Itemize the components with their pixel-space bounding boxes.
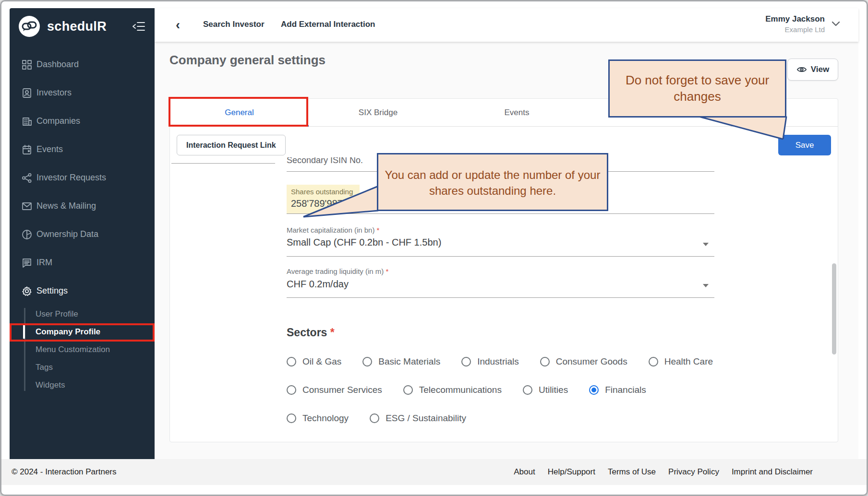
radio-consumer-services[interactable]: Consumer Services [287, 385, 382, 395]
sidebar-item-label: News & Mailing [36, 201, 96, 211]
sidebar-subitem-widgets[interactable]: Widgets [10, 376, 155, 394]
market-cap-select[interactable]: Small Cap (CHF 0.2bn - CHF 1.5bn) [287, 237, 441, 248]
sidebar-subitem-label: Company Profile [36, 327, 100, 337]
liquidity-label: Average trading liquidity (in m) * [287, 267, 388, 275]
field-underline [287, 297, 714, 298]
radio-circle [287, 385, 296, 395]
radio-esg-sustainability[interactable]: ESG / Sustainability [370, 413, 466, 424]
sidebar: schedulR Dashboard Investors [10, 8, 155, 460]
radio-industrials[interactable]: Industrials [461, 356, 519, 367]
add-external-interaction-link[interactable]: Add External Interaction [281, 20, 375, 29]
footer-links: About Help/Support Terms of Use Privacy … [514, 467, 813, 477]
investor-badge-icon [22, 88, 32, 98]
footer-link-privacy[interactable]: Privacy Policy [668, 467, 719, 477]
sidebar-item-investor-requests[interactable]: Investor Requests [10, 164, 155, 192]
sidebar-item-companies[interactable]: Companies [10, 107, 155, 135]
sidebar-subitem-tags[interactable]: Tags [10, 358, 155, 376]
liquidity-select[interactable]: CHF 0.2m/day [287, 279, 349, 290]
save-callout-tail [697, 116, 793, 144]
copyright-text: © 2024 - Interaction Partners [12, 467, 117, 477]
sidebar-item-ownership-data[interactable]: Ownership Data [10, 220, 155, 248]
dropdown-arrow-icon[interactable] [703, 243, 709, 246]
sidebar-subitem-menu-customization[interactable]: Menu Customization [10, 341, 155, 358]
radio-circle [362, 357, 372, 366]
sectors-heading: Sectors * [287, 326, 335, 339]
field-underline [287, 256, 714, 257]
share-icon [22, 173, 32, 183]
sidebar-nav: Dashboard Investors Companies [10, 50, 155, 394]
sidebar-item-label: IRM [36, 258, 52, 268]
user-name: Emmy Jackson [765, 14, 825, 24]
eye-icon [796, 66, 807, 73]
radio-basic-materials[interactable]: Basic Materials [362, 356, 440, 367]
sidebar-item-settings[interactable]: Settings [10, 277, 155, 305]
radio-circle [461, 357, 471, 366]
sidebar-item-label: Events [36, 144, 63, 154]
footer: © 2024 - Interaction Partners About Help… [1, 459, 867, 485]
sidebar-item-investors[interactable]: Investors [10, 79, 155, 107]
sector-radio-row-1: Oil & Gas Basic Materials Industrials Co… [287, 356, 713, 367]
footer-link-imprint[interactable]: Imprint and Disclaimer [732, 467, 813, 477]
topbar: ‹ Search Investor Add External Interacti… [155, 8, 858, 42]
sidebar-collapse-icon[interactable] [133, 21, 145, 32]
required-asterisk: * [330, 326, 335, 339]
radio-circle-selected [589, 385, 599, 395]
calendar-icon [22, 144, 32, 155]
sector-radio-row-2: Consumer Services Telecommunications Uti… [287, 385, 646, 395]
tab-general[interactable]: General [170, 99, 309, 127]
tab-six-bridge[interactable]: SIX Bridge [309, 99, 447, 127]
market-cap-label: Market capitalization (in bn) * [287, 226, 379, 234]
sidebar-subitem-label: Menu Customization [36, 345, 110, 354]
save-callout: Do not forget to save your changes [608, 59, 786, 118]
sidebar-subitem-label: Widgets [36, 380, 65, 390]
dropdown-arrow-icon[interactable] [703, 284, 709, 287]
user-menu[interactable]: Emmy Jackson Example Ltd [765, 14, 825, 34]
radio-oil-gas[interactable]: Oil & Gas [287, 356, 341, 367]
sidebar-item-label: Ownership Data [36, 229, 98, 239]
sidebar-item-label: Dashboard [36, 59, 79, 70]
sidebar-item-dashboard[interactable]: Dashboard [10, 50, 155, 79]
radio-consumer-goods[interactable]: Consumer Goods [540, 356, 627, 367]
required-asterisk: * [386, 267, 389, 275]
logo-row: schedulR [10, 8, 155, 45]
field-underline [171, 163, 275, 164]
radio-technology[interactable]: Technology [287, 413, 349, 424]
radio-telecommunications[interactable]: Telecommunications [403, 385, 502, 395]
dashboard-grid-icon [22, 59, 32, 70]
active-indicator [23, 325, 25, 339]
vertical-scrollbar[interactable] [832, 263, 836, 354]
sidebar-item-irm[interactable]: IRM [10, 248, 155, 277]
search-investor-link[interactable]: Search Investor [203, 20, 265, 29]
sidebar-subitem-company-profile[interactable]: Company Profile [10, 323, 155, 341]
radio-financials[interactable]: Financials [589, 385, 646, 395]
view-button-label: View [811, 65, 829, 74]
sidebar-item-news-mailing[interactable]: News & Mailing [10, 192, 155, 220]
radio-circle [287, 357, 296, 366]
footer-link-help-support[interactable]: Help/Support [548, 467, 595, 477]
radio-circle [649, 357, 658, 366]
radio-circle [370, 413, 379, 423]
sector-radio-row-3: Technology ESG / Sustainability [287, 413, 466, 424]
radio-health-care[interactable]: Health Care [649, 356, 713, 367]
radio-circle [403, 385, 413, 395]
back-chevron-icon[interactable]: ‹ [176, 17, 180, 33]
gear-icon [22, 286, 32, 296]
logo-text: schedulR [47, 19, 107, 34]
radio-circle [540, 357, 550, 366]
shares-callout: You can add or update the number of your… [377, 153, 608, 211]
required-asterisk: * [377, 226, 380, 234]
tab-events[interactable]: Events [447, 99, 586, 127]
page-title: Company general settings [169, 53, 326, 68]
sidebar-item-events[interactable]: Events [10, 135, 155, 164]
user-company: Example Ltd [765, 25, 825, 34]
radio-utilities[interactable]: Utilities [523, 385, 568, 395]
footer-link-terms[interactable]: Terms of Use [608, 467, 656, 477]
sidebar-item-label: Investor Requests [36, 173, 106, 183]
sidebar-item-label: Companies [36, 116, 80, 126]
chevron-down-icon[interactable] [832, 21, 840, 27]
footer-link-about[interactable]: About [514, 467, 535, 477]
view-button[interactable]: View [787, 59, 838, 81]
sidebar-subitem-user-profile[interactable]: User Profile [10, 305, 155, 323]
interaction-request-link-button[interactable]: Interaction Request Link [177, 135, 286, 155]
envelope-icon [22, 201, 32, 212]
